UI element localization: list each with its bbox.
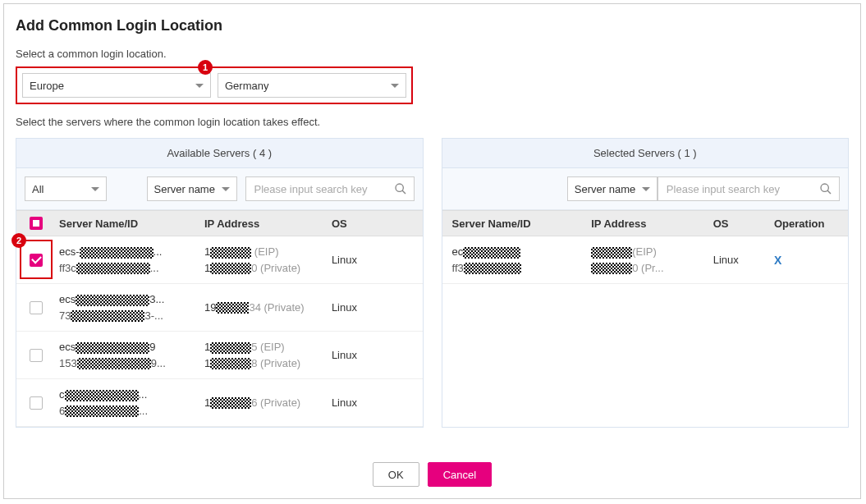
col-server-name: Server Name/ID <box>56 218 204 230</box>
instruction-select-location: Select a common login location. <box>16 48 849 60</box>
redacted-text <box>76 263 150 274</box>
redacted-text <box>591 263 632 274</box>
region-select[interactable]: Europe <box>22 73 211 98</box>
chevron-down-icon <box>91 187 99 191</box>
chevron-down-icon <box>391 84 399 88</box>
available-servers-header: Available Servers ( 4 ) <box>16 139 423 168</box>
select-all-checkbox[interactable] <box>30 217 43 230</box>
svg-point-0 <box>396 184 403 191</box>
col-os: OS <box>713 218 774 230</box>
region-select-value: Europe <box>30 80 64 92</box>
chevron-down-icon <box>222 187 230 191</box>
available-search-input[interactable] <box>253 182 394 196</box>
table-row[interactable]: c... 6... 16 (Private) Linux <box>16 379 423 427</box>
redacted-text <box>216 302 249 314</box>
redacted-text <box>210 247 251 259</box>
redacted-text <box>463 247 520 259</box>
redacted-text <box>591 247 632 259</box>
col-server-name: Server Name/ID <box>442 218 592 230</box>
redacted-text <box>210 263 251 274</box>
table-row[interactable]: 2 ecs-... ff3c... 1 (EIP) 10 (Private) L… <box>16 236 423 284</box>
row-checkbox[interactable] <box>30 349 43 362</box>
cancel-button[interactable]: Cancel <box>428 462 492 487</box>
country-select-value: Germany <box>225 80 268 92</box>
redacted-text <box>77 358 151 369</box>
search-icon[interactable] <box>394 182 407 195</box>
redacted-text <box>65 390 139 401</box>
row-checkbox[interactable] <box>30 396 43 410</box>
svg-line-3 <box>827 190 831 194</box>
selected-search-input[interactable] <box>665 182 819 196</box>
country-select[interactable]: Germany <box>218 73 406 98</box>
available-servers-panel: Available Servers ( 4 ) All Server name <box>16 138 424 428</box>
redacted-text <box>464 263 521 274</box>
dialog-footer: OK Cancel <box>4 462 860 487</box>
available-filter-type-select[interactable]: Server name <box>147 176 237 201</box>
available-filter-scope-select[interactable]: All <box>25 176 107 201</box>
table-row[interactable]: ec ff3 (EIP) 0 (Pr... Linux X <box>442 236 849 284</box>
remove-button[interactable]: X <box>774 254 781 267</box>
redacted-text <box>210 397 251 409</box>
svg-point-2 <box>821 184 828 191</box>
row-checkbox[interactable] <box>30 301 43 314</box>
dialog-title: Add Common Login Location <box>16 17 849 34</box>
selected-filter-type-select[interactable]: Server name <box>567 176 658 201</box>
selected-servers-panel: Selected Servers ( 1 ) Server name Serve… <box>442 138 850 428</box>
redacted-text <box>210 342 251 354</box>
ok-button[interactable]: OK <box>373 462 419 487</box>
col-ip-address: IP Address <box>204 218 332 230</box>
redacted-text <box>210 358 251 369</box>
col-operation: Operation <box>774 218 848 230</box>
chevron-down-icon <box>195 84 204 88</box>
selected-servers-header: Selected Servers ( 1 ) <box>442 139 849 168</box>
dialog-add-common-login-location: Add Common Login Location Select a commo… <box>3 3 861 499</box>
callout-1: 1 <box>198 60 213 75</box>
search-icon[interactable] <box>819 182 832 195</box>
table-row[interactable]: ecs9 1539... 15 (EIP) 18 (Private) Linux <box>16 332 423 379</box>
chevron-down-icon <box>642 187 650 191</box>
redacted-text <box>76 295 149 306</box>
redacted-text <box>76 342 149 354</box>
redacted-text <box>80 247 153 259</box>
callout-2: 2 <box>11 233 26 248</box>
redacted-text <box>65 405 139 417</box>
instruction-select-servers: Select the servers where the common logi… <box>16 116 849 128</box>
col-ip-address: IP Address <box>591 218 713 230</box>
selected-table-header: Server Name/ID IP Address OS Operation <box>442 210 849 236</box>
location-dropdown-group: 1 Europe Germany <box>16 66 413 104</box>
table-row[interactable]: ecs3... 733-... 1934 (Private) Linux <box>16 284 423 332</box>
col-os: OS <box>332 218 423 230</box>
redacted-text <box>71 310 144 322</box>
svg-line-1 <box>402 190 406 194</box>
available-table-header: Server Name/ID IP Address OS <box>16 210 423 236</box>
